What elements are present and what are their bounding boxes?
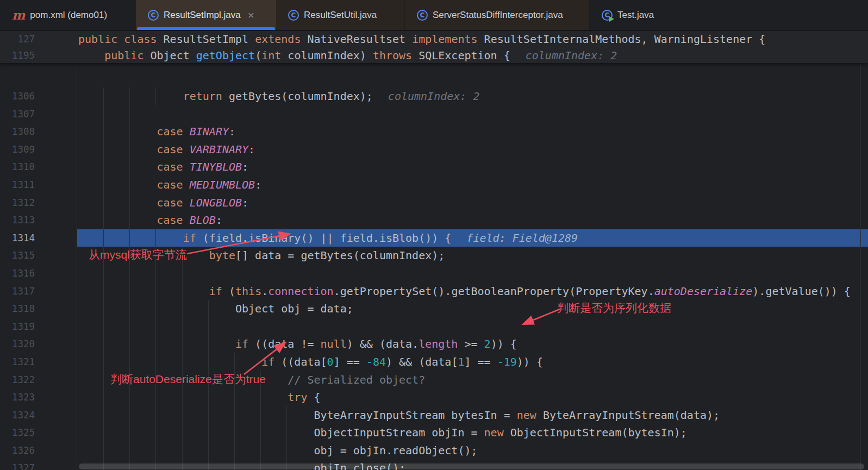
code-token: ((data[: [274, 355, 327, 368]
indent-guide: [208, 318, 209, 336]
line-number[interactable]: 1316: [0, 265, 35, 283]
code-token: // Serialized object?: [288, 373, 425, 386]
code-line[interactable]: 1306 return getBytes(columnIndex);column…: [0, 87, 868, 105]
line-number[interactable]: 1195: [0, 47, 35, 64]
line-number[interactable]: 1321: [0, 353, 35, 371]
code-line[interactable]: 1313 case BLOB:: [0, 211, 868, 229]
code-token: .: [261, 285, 268, 298]
class-icon: C: [417, 10, 428, 21]
runnable-class-icon: C: [602, 10, 613, 21]
code-line[interactable]: 127public class ResultSetImpl extends Na…: [0, 31, 868, 47]
line-number[interactable]: 1327: [0, 459, 35, 470]
code-token: extends: [255, 33, 301, 46]
code-token: VARBINARY: [190, 143, 248, 156]
code-token: try: [288, 391, 307, 404]
line-number[interactable]: 1315: [0, 247, 35, 265]
line-number[interactable]: 1314: [0, 229, 35, 247]
tab-resultsetutil-java[interactable]: CResultSetUtil.java: [276, 0, 405, 30]
ide-window: 1306 return getBytes(columnIndex);column…: [0, 0, 868, 470]
code-line[interactable]: 1308 case BINARY:: [0, 123, 868, 141]
code-token: MEDIUMBLOB: [190, 178, 255, 191]
line-number[interactable]: 1313: [0, 211, 35, 229]
code-line[interactable]: 1195 public Object getObject(int columnI…: [0, 47, 868, 64]
tab-serverstatusdiffinterceptor-java[interactable]: CServerStatusDiffInterceptor.java: [405, 0, 590, 30]
code-token: Object: [143, 49, 196, 62]
code-token: >=: [458, 337, 484, 350]
code-text: ObjectInputStream objIn = new ObjectInpu…: [78, 424, 687, 442]
code-line[interactable]: 1324 ByteArrayInputStream bytesIn = new …: [0, 406, 868, 424]
code-token: 1: [458, 355, 464, 368]
code-token: BLOB: [190, 214, 216, 227]
code-line[interactable]: 1325 ObjectInputStream objIn = new Objec…: [0, 424, 868, 442]
line-number[interactable]: 1322: [0, 371, 35, 389]
execution-point-line[interactable]: 1314 if (field.isBinary() || field.isBlo…: [0, 229, 868, 247]
code-line[interactable]: 1317 if (this.connection.getPropertySet(…: [0, 283, 868, 300]
code-token: Object obj = data;: [235, 302, 353, 315]
tab-resultsetimpl-java[interactable]: CResultSetImpl.java×: [136, 0, 276, 30]
code-line[interactable]: 1319: [0, 318, 868, 336]
code-token: case: [157, 178, 183, 191]
line-number[interactable]: 1310: [0, 158, 35, 176]
code-text: case VARBINARY:: [78, 141, 255, 159]
code-line[interactable]: 1321 if ((data[0] == -84) && (data[1] ==…: [0, 353, 868, 371]
code-token: byte: [209, 249, 235, 262]
code-token: ] ==: [334, 355, 366, 368]
code-line[interactable]: 1309 case VARBINARY:: [0, 141, 868, 159]
code-token: [183, 178, 190, 191]
code-line[interactable]: 1316: [0, 265, 868, 283]
editor-pane: 1306 return getBytes(columnIndex);column…: [0, 31, 868, 461]
code-line[interactable]: 1311 case MEDIUMBLOB:: [0, 176, 868, 194]
indent-guide: [155, 318, 156, 336]
line-number[interactable]: 1324: [0, 406, 35, 424]
code-token: [78, 302, 235, 315]
code-token: if: [261, 355, 274, 368]
line-number[interactable]: 1317: [0, 283, 35, 300]
code-token: if: [209, 285, 222, 298]
maven-icon: m: [12, 10, 25, 21]
code-token: ObjectInputStream(bytesIn);: [504, 426, 687, 439]
line-number[interactable]: 1318: [0, 300, 35, 318]
line-number[interactable]: 127: [0, 31, 35, 47]
code-line[interactable]: 1312 case LONGBLOB:: [0, 194, 868, 212]
code-token: {: [307, 391, 320, 404]
tab-pom-xml-demo01-[interactable]: mpom.xml (demo01): [0, 0, 136, 30]
code-token: :: [255, 178, 261, 191]
horizontal-scrollbar[interactable]: [79, 463, 864, 469]
code-line[interactable]: 1310 case TINYBLOB:: [0, 158, 868, 176]
line-number[interactable]: 1307: [0, 105, 35, 123]
debugger-inline-hint: columnIndex: 2: [526, 49, 617, 62]
line-number[interactable]: 1319: [0, 318, 35, 336]
tab-test-java[interactable]: CTest.java: [590, 0, 686, 30]
code-token: length: [419, 337, 458, 350]
code-token: ByteArrayInputStream bytesIn =: [314, 409, 516, 422]
line-number[interactable]: 1323: [0, 388, 35, 406]
gutter-border: [77, 31, 77, 470]
code-token: [78, 143, 157, 156]
code-area[interactable]: 1306 return getBytes(columnIndex);column…: [0, 87, 868, 470]
code-text: public class ResultSetImpl extends Nativ…: [78, 31, 765, 47]
code-token: [183, 214, 190, 227]
line-number[interactable]: 1320: [0, 335, 35, 353]
code-text: case BINARY:: [78, 123, 235, 141]
code-token: :: [242, 196, 248, 209]
code-line[interactable]: 1323 try {: [0, 388, 868, 406]
line-number[interactable]: 1312: [0, 194, 35, 212]
code-token: case: [157, 143, 183, 156]
close-icon[interactable]: ×: [248, 9, 254, 21]
line-number[interactable]: 1309: [0, 141, 35, 159]
line-number[interactable]: 1306: [0, 87, 35, 105]
line-number[interactable]: 1326: [0, 442, 35, 460]
code-text: public Object getObject(int columnIndex)…: [78, 47, 617, 64]
code-line[interactable]: 1318 Object obj = data;: [0, 300, 868, 318]
code-token: class: [124, 33, 157, 46]
code-text: try {: [78, 388, 321, 406]
code-line[interactable]: 1326 obj = objIn.readObject();: [0, 442, 868, 460]
line-number[interactable]: 1308: [0, 123, 35, 141]
code-line[interactable]: 1320 if ((data != null) && (data.length …: [0, 335, 868, 353]
line-number[interactable]: 1325: [0, 424, 35, 442]
line-number[interactable]: 1311: [0, 176, 35, 194]
code-token: 2: [484, 337, 491, 350]
code-text: if (field.isBinary() || field.isBlob()) …: [78, 229, 578, 247]
code-line[interactable]: 1307: [0, 105, 868, 123]
code-token: (: [222, 285, 235, 298]
